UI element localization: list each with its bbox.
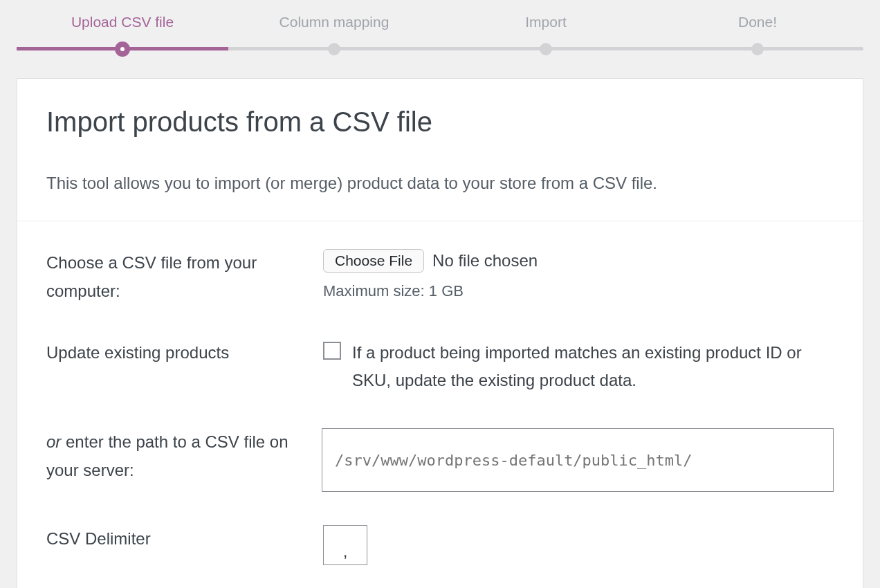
update-existing-checkbox[interactable] [323,342,341,360]
page-subtitle: This tool allows you to import (or merge… [46,171,834,196]
label-delimiter: CSV Delimiter [46,525,323,553]
page-title: Import products from a CSV file [46,107,834,138]
card-header: Import products from a CSV file This too… [17,79,863,221]
control-choose-file: Choose File No file chosen Maximum size:… [323,249,834,300]
step-track [17,47,863,50]
step-dot-import [540,43,552,55]
control-server-path [322,428,834,492]
row-delimiter: CSV Delimiter [46,525,834,565]
row-server-path: or enter the path to a CSV file on your … [46,428,834,492]
max-size-text: Maximum size: 1 GB [323,282,834,300]
checkbox-wrap: If a product being imported matches an e… [323,339,834,396]
step-done[interactable]: Done! [652,14,863,30]
step-mapping[interactable]: Column mapping [228,14,440,30]
import-card: Import products from a CSV file This too… [17,78,863,588]
delimiter-input[interactable] [323,525,367,565]
card-body: Choose a CSV file from your computer: Ch… [17,221,863,588]
progress-stepper: Upload CSV file Column mapping Import Do… [0,0,880,50]
step-import[interactable]: Import [440,14,652,30]
control-update-existing: If a product being imported matches an e… [323,339,834,396]
file-line: Choose File No file chosen [323,249,834,273]
no-file-text: No file chosen [432,251,538,270]
choose-file-button[interactable]: Choose File [323,249,424,273]
row-update-existing: Update existing products If a product be… [46,339,834,396]
row-choose-file: Choose a CSV file from your computer: Ch… [46,249,834,306]
step-labels: Upload CSV file Column mapping Import Do… [17,14,863,30]
step-upload[interactable]: Upload CSV file [17,14,228,30]
label-server-path: or enter the path to a CSV file on your … [46,428,322,485]
step-dot-done [751,43,764,55]
label-server-path-prefix: or [46,432,61,451]
server-path-input[interactable] [322,428,834,492]
control-delimiter [323,525,834,565]
update-existing-description: If a product being imported matches an e… [352,339,834,396]
step-dot-mapping [328,43,340,55]
step-dot-upload [115,42,130,57]
label-update-existing: Update existing products [46,339,323,367]
label-choose-file: Choose a CSV file from your computer: [46,249,323,306]
label-server-path-rest: enter the path to a CSV file on your ser… [46,432,288,479]
